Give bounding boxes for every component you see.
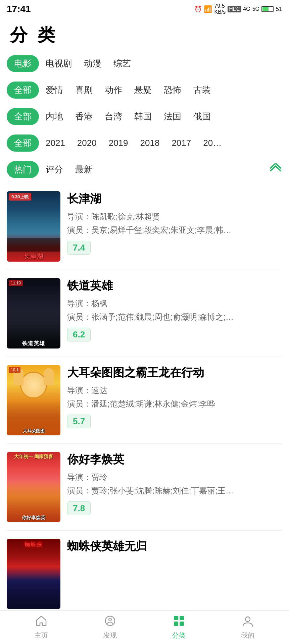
nav-item-category[interactable]: 分类: [145, 615, 213, 640]
filter-item-mystery[interactable]: 悬疑: [134, 84, 152, 96]
svg-rect-2: [174, 616, 178, 620]
status-bar: 17:41 ⏰ 📶 79.5KB/s HD2 4G 5G 51: [0, 0, 289, 17]
movie-info: 长津湖 导演：陈凯歌;徐克;林超贤 演员：吴京;易烊千玺;段奕宏;朱亚文;李晨;…: [67, 191, 282, 255]
movie-info: 铁道英雄 导演：杨枫 演员：张涵予;范伟;魏晨;周也;俞灏明;森博之;谭凯;杨……: [67, 278, 282, 341]
movie-poster: 铁道英雄 11.19: [7, 278, 60, 348]
movie-rating: 6.2: [67, 328, 91, 341]
movie-director: 导演：速达: [67, 385, 282, 396]
filter-item-romance[interactable]: 爱情: [46, 84, 63, 96]
movie-director: 导演：陈凯歌;徐克;林超贤: [67, 211, 282, 222]
movie-poster: 长津湖 9.30上映: [7, 191, 60, 262]
filter-item-2017[interactable]: 2017: [172, 138, 191, 148]
filter-item-mainland[interactable]: 内地: [46, 111, 63, 122]
filter-row-genre: 全部 爱情 喜剧 动作 悬疑 恐怖 古装: [7, 77, 282, 103]
movie-title: 你好李焕英: [67, 452, 282, 467]
movie-item[interactable]: 蜘蛛侠 蜘蛛侠英雄无归: [7, 531, 282, 613]
nav-item-home[interactable]: 主页: [7, 615, 76, 640]
filter-item-tv[interactable]: 电视剧: [46, 58, 72, 69]
movie-poster: 大年初一 阖家预喜 你好李焕英: [7, 452, 60, 522]
svg-rect-3: [180, 616, 184, 620]
movie-poster: 大耳朵图图 10.1: [7, 365, 60, 435]
filter-item-rating[interactable]: 评分: [46, 164, 63, 175]
filter-item-horror[interactable]: 恐怖: [164, 84, 181, 96]
filter-row-sort: 热门 评分 最新: [7, 156, 282, 183]
svg-point-6: [245, 617, 250, 622]
filter-item-2019[interactable]: 2019: [109, 138, 128, 148]
alarm-icon: ⏰: [194, 5, 202, 13]
filter-row-region: 全部 内地 香港 台湾 韩国 法国 俄国: [7, 103, 282, 130]
status-icons: ⏰ 📶 79.5KB/s HD2 4G 5G 51: [194, 3, 282, 15]
status-time: 17:41: [7, 4, 31, 14]
home-icon: [35, 615, 47, 629]
filter-item-russia[interactable]: 俄国: [193, 111, 211, 122]
movie-rating: 7.8: [67, 501, 91, 515]
movie-title: 长津湖: [67, 191, 282, 207]
filter-tag-region-all[interactable]: 全部: [7, 108, 39, 125]
filter-tag-year-all[interactable]: 全部: [7, 135, 39, 152]
movie-info: 你好李焕英 导演：贾玲 演员：贾玲;张小斐;沈腾;陈赫;刘佳;丁嘉丽;王琳;杜源…: [67, 452, 282, 515]
hd2-icon: HD2: [228, 6, 241, 12]
sort-items: 热门 评分 最新: [7, 161, 269, 178]
5g-icon: 5G: [252, 6, 259, 12]
filter-item-action[interactable]: 动作: [105, 84, 122, 96]
filter-item-2018[interactable]: 2018: [140, 138, 160, 148]
movie-director: 导演：贾玲: [67, 472, 282, 483]
filter-item-2021[interactable]: 2021: [46, 138, 65, 148]
filter-item-newest[interactable]: 最新: [75, 164, 93, 175]
page-title: 分 类: [10, 23, 279, 47]
movie-rating: 7.4: [67, 241, 91, 255]
svg-rect-5: [180, 622, 184, 626]
movie-info: 大耳朵图图之霸王龙在行动 导演：速达 演员：潘延;范楚绒;胡谦;林永健;金炜;李…: [67, 365, 282, 428]
filter-item-france[interactable]: 法国: [164, 111, 181, 122]
movie-info: 蜘蛛侠英雄无归: [67, 539, 282, 556]
category-icon: [173, 615, 185, 629]
page-title-section: 分 类: [0, 17, 289, 50]
movie-item[interactable]: 大耳朵图图 10.1 大耳朵图图之霸王龙在行动 导演：速达 演员：潘延;范楚绒;…: [7, 357, 282, 444]
movie-actors: 演员：吴京;易烊千玺;段奕宏;朱亚文;李晨;韩东君;胡…: [67, 225, 235, 235]
bottom-nav: 主页 发现 分类 我的: [0, 610, 289, 644]
nav-item-profile[interactable]: 我的: [213, 615, 282, 640]
movie-actors: 演员：潘延;范楚绒;胡谦;林永健;金炜;李晔: [67, 398, 235, 409]
nav-label-home: 主页: [35, 631, 48, 640]
movie-actors: 演员：张涵予;范伟;魏晨;周也;俞灏明;森博之;谭凯;杨…: [67, 312, 235, 322]
filter-section: 电影 电视剧 动漫 综艺 全部 爱情 喜剧 动作 悬疑 恐怖 古装 全部 内地 …: [0, 50, 289, 183]
filter-item-hongkong[interactable]: 香港: [75, 111, 93, 122]
filter-tag-genre-all[interactable]: 全部: [7, 82, 39, 99]
network-speed: 79.5KB/s: [214, 3, 226, 15]
movie-title: 大耳朵图图之霸王龙在行动: [67, 365, 282, 380]
filter-row-type: 电影 电视剧 动漫 综艺: [7, 50, 282, 77]
nav-label-discover: 发现: [103, 631, 117, 640]
filter-item-animation[interactable]: 动漫: [84, 58, 101, 69]
svg-point-1: [109, 618, 111, 621]
filter-tag-movie[interactable]: 电影: [7, 55, 39, 72]
filter-item-costume[interactable]: 古装: [193, 84, 211, 96]
nav-item-discover[interactable]: 发现: [76, 615, 144, 640]
movie-list: 长津湖 9.30上映 长津湖 导演：陈凯歌;徐克;林超贤 演员：吴京;易烊千玺;…: [0, 183, 289, 613]
movie-item[interactable]: 铁道英雄 11.19 铁道英雄 导演：杨枫 演员：张涵予;范伟;魏晨;周也;俞灏…: [7, 270, 282, 357]
filter-item-comedy[interactable]: 喜剧: [75, 84, 93, 96]
discover-icon: [104, 615, 116, 629]
chevron-up-icon: [269, 163, 282, 173]
nav-label-profile: 我的: [241, 631, 254, 640]
svg-rect-4: [174, 622, 178, 626]
battery-icon: [261, 6, 274, 12]
movie-poster: 蜘蛛侠: [7, 539, 60, 609]
filter-row-year: 全部 2021 2020 2019 2018 2017 20…: [7, 130, 282, 156]
filter-tag-hot[interactable]: 热门: [7, 161, 39, 178]
movie-rating: 5.7: [67, 415, 91, 428]
filter-item-korea[interactable]: 韩国: [134, 111, 152, 122]
movie-item[interactable]: 大年初一 阖家预喜 你好李焕英 你好李焕英 导演：贾玲 演员：贾玲;张小斐;沈腾…: [7, 444, 282, 531]
nav-label-category: 分类: [172, 631, 186, 640]
movie-title: 蜘蛛侠英雄无归: [67, 539, 282, 554]
filter-item-taiwan[interactable]: 台湾: [105, 111, 122, 122]
filter-item-variety[interactable]: 综艺: [113, 58, 131, 69]
filter-item-older[interactable]: 20…: [203, 138, 222, 148]
movie-actors: 演员：贾玲;张小斐;沈腾;陈赫;刘佳;丁嘉丽;王琳;杜源;…: [67, 485, 235, 496]
filter-item-2020[interactable]: 2020: [77, 138, 97, 148]
4g-icon: 4G: [243, 6, 250, 12]
movie-title: 铁道英雄: [67, 278, 282, 293]
movie-item[interactable]: 长津湖 9.30上映 长津湖 导演：陈凯歌;徐克;林超贤 演员：吴京;易烊千玺;…: [7, 183, 282, 270]
collapse-button[interactable]: [269, 163, 282, 176]
movie-director: 导演：杨枫: [67, 298, 282, 309]
profile-icon: [242, 615, 254, 629]
